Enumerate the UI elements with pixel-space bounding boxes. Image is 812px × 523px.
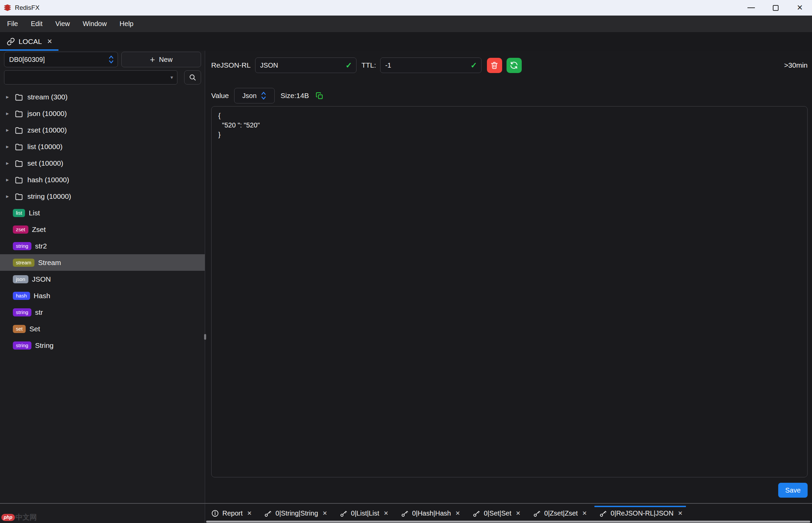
tree-folder-row[interactable]: ▸ list (10000) bbox=[0, 138, 205, 155]
key-icon bbox=[401, 509, 409, 518]
search-box[interactable]: ▾ bbox=[4, 70, 178, 85]
key-icon bbox=[533, 509, 541, 518]
folder-label: json (10000) bbox=[27, 110, 67, 118]
spinner-chevrons-icon bbox=[260, 91, 266, 101]
folder-label: list (10000) bbox=[27, 143, 62, 151]
key-row[interactable]: string str bbox=[0, 304, 205, 321]
menu-item[interactable]: Window bbox=[76, 16, 113, 32]
new-key-button[interactable]: + New bbox=[121, 52, 201, 67]
key-row[interactable]: string str2 bbox=[0, 238, 205, 254]
expand-caret-icon[interactable]: ▸ bbox=[6, 110, 11, 116]
new-key-button-label: New bbox=[159, 56, 173, 64]
ttl-input[interactable]: -1 ✓ bbox=[380, 57, 481, 73]
valid-check-icon: ✓ bbox=[471, 61, 477, 70]
maximize-icon bbox=[773, 5, 778, 11]
menu-item[interactable]: Help bbox=[113, 16, 140, 32]
expand-caret-icon[interactable]: ▸ bbox=[6, 160, 11, 166]
bottom-tab-close-icon[interactable]: ✕ bbox=[455, 510, 460, 517]
key-row[interactable]: set Set bbox=[0, 321, 205, 337]
bottom-tab-close-icon[interactable]: ✕ bbox=[516, 510, 520, 517]
bottom-tab[interactable]: 0|List|List ✕ bbox=[339, 504, 389, 523]
minimize-icon bbox=[748, 7, 755, 8]
expand-caret-icon[interactable]: ▸ bbox=[6, 143, 11, 150]
key-tree: ▸ stream (300) ▸ bbox=[0, 89, 205, 354]
menu-item[interactable]: Edit bbox=[24, 16, 49, 32]
folder-icon bbox=[15, 160, 23, 167]
save-button[interactable]: Save bbox=[778, 483, 808, 498]
key-row[interactable]: stream Stream bbox=[0, 254, 205, 271]
search-input[interactable] bbox=[8, 74, 170, 81]
tree-folder-row[interactable]: ▸ string (10000) bbox=[0, 188, 205, 204]
bottom-tab[interactable]: 0|Zset|Zset ✕ bbox=[533, 504, 587, 523]
key-name-input[interactable]: JSON ✓ bbox=[255, 57, 356, 73]
folder-label: hash (10000) bbox=[27, 176, 69, 184]
bottom-tab[interactable]: Report ✕ bbox=[211, 504, 252, 523]
view-mode-select[interactable]: Json bbox=[234, 88, 275, 104]
bottom-tab-close-icon[interactable]: ✕ bbox=[384, 510, 388, 517]
connection-tab-strip: LOCAL ✕ bbox=[0, 32, 812, 51]
save-row: Save bbox=[211, 477, 808, 503]
app-title: RedisFX bbox=[15, 4, 39, 12]
bottom-tab[interactable]: 0|Set|Set ✕ bbox=[473, 504, 521, 523]
key-type-badge: json bbox=[13, 275, 29, 283]
bottom-tab-label: 0|Zset|Zset bbox=[545, 509, 578, 517]
minimize-button[interactable] bbox=[739, 0, 763, 16]
bottom-tab-close-icon[interactable]: ✕ bbox=[582, 510, 587, 517]
bottom-tab-close-icon[interactable]: ✕ bbox=[678, 510, 683, 517]
bottom-tab[interactable]: 0|Hash|Hash ✕ bbox=[401, 504, 460, 523]
php-logo: php bbox=[1, 514, 15, 521]
expand-caret-icon[interactable]: ▸ bbox=[6, 193, 11, 199]
spinner-chevrons-icon bbox=[108, 55, 114, 64]
trash-icon bbox=[490, 61, 499, 70]
key-row[interactable]: list List bbox=[0, 204, 205, 221]
db-selector[interactable]: DB0[60309] bbox=[4, 52, 118, 67]
menu-item[interactable]: View bbox=[49, 16, 76, 32]
close-icon: ✕ bbox=[797, 4, 803, 12]
folder-icon bbox=[15, 110, 23, 117]
tree-folder-row[interactable]: ▸ set (10000) bbox=[0, 155, 205, 172]
search-dropdown-icon[interactable]: ▾ bbox=[170, 74, 173, 80]
folder-icon bbox=[15, 176, 23, 184]
tree-folder-row[interactable]: ▸ zset (10000) bbox=[0, 122, 205, 138]
refresh-icon bbox=[510, 61, 518, 70]
value-editor[interactable]: { "520 ": "520" } bbox=[211, 106, 808, 477]
tree-folder-row[interactable]: ▸ hash (10000) bbox=[0, 172, 205, 188]
refresh-button[interactable] bbox=[506, 58, 522, 73]
key-row[interactable]: zset Zset bbox=[0, 221, 205, 238]
bottom-tab-close-icon[interactable]: ✕ bbox=[322, 510, 327, 517]
key-row[interactable]: json JSON bbox=[0, 271, 205, 287]
close-button[interactable]: ✕ bbox=[788, 0, 812, 16]
bottom-tab-label: 0|Hash|Hash bbox=[412, 509, 451, 517]
key-row[interactable]: string String bbox=[0, 337, 205, 354]
bottom-tab-close-icon[interactable]: ✕ bbox=[247, 510, 252, 517]
key-type-badge: stream bbox=[13, 259, 35, 267]
key-row[interactable]: hash Hash bbox=[0, 287, 205, 304]
menu-item[interactable]: File bbox=[1, 16, 24, 32]
connection-tab-close-icon[interactable]: ✕ bbox=[47, 37, 52, 45]
horizontal-scrollbar-thumb[interactable] bbox=[206, 521, 810, 523]
refresh-hint: >30min bbox=[784, 61, 808, 69]
folder-icon bbox=[15, 93, 23, 101]
delete-key-button[interactable] bbox=[487, 58, 502, 73]
key-name-value: JSON bbox=[260, 61, 278, 69]
tree-folder-row[interactable]: ▸ json (10000) bbox=[0, 105, 205, 122]
key-label: str bbox=[35, 308, 43, 317]
titlebar: RedisFX ✕ bbox=[0, 0, 812, 16]
expand-caret-icon[interactable]: ▸ bbox=[6, 177, 11, 183]
tree-folder-row[interactable]: ▸ stream (300) bbox=[0, 89, 205, 105]
info-icon bbox=[211, 509, 219, 517]
search-button[interactable] bbox=[184, 70, 201, 85]
expand-caret-icon[interactable]: ▸ bbox=[6, 94, 11, 100]
bottom-tab[interactable]: 0|ReJSON-RL|JSON ✕ bbox=[599, 504, 683, 523]
key-label: Zset bbox=[32, 226, 46, 234]
bottom-tab[interactable]: 0|String|String ✕ bbox=[264, 504, 327, 523]
expand-caret-icon[interactable]: ▸ bbox=[6, 127, 11, 133]
maximize-button[interactable] bbox=[763, 0, 788, 16]
menubar: File Edit View Window Help bbox=[0, 16, 812, 32]
key-label: JSON bbox=[32, 275, 51, 283]
key-icon bbox=[599, 509, 607, 518]
sidebar-scrollbar-thumb[interactable] bbox=[204, 334, 206, 340]
copy-value-button[interactable] bbox=[315, 92, 324, 100]
connection-tab-local[interactable]: LOCAL ✕ bbox=[0, 32, 58, 51]
sidebar: DB0[60309] + New ▾ bbox=[0, 51, 205, 503]
